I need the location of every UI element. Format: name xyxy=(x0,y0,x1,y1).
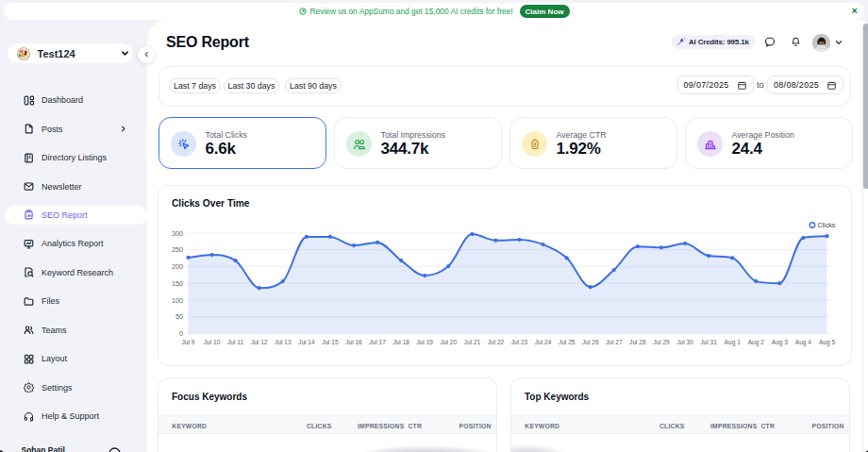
svg-text:Jul 15: Jul 15 xyxy=(322,339,339,345)
svg-text:Jul 26: Jul 26 xyxy=(582,339,599,345)
svg-text:200: 200 xyxy=(172,262,183,271)
svg-text:Jul 17: Jul 17 xyxy=(369,339,386,345)
svg-text:Aug 3: Aug 3 xyxy=(772,339,789,346)
svg-text:Jul 18: Jul 18 xyxy=(392,339,409,345)
svg-text:Aug 2: Aug 2 xyxy=(748,339,765,346)
svg-text:Aug 4: Aug 4 xyxy=(795,339,812,346)
svg-text:Jul 9: Jul 9 xyxy=(182,339,195,345)
svg-text:100: 100 xyxy=(172,296,183,305)
svg-text:Jul 25: Jul 25 xyxy=(559,339,576,345)
svg-text:50: 50 xyxy=(175,312,183,321)
svg-text:Jul 19: Jul 19 xyxy=(416,339,433,345)
svg-text:150: 150 xyxy=(172,279,183,288)
svg-text:Jul 28: Jul 28 xyxy=(629,339,646,345)
svg-text:Jul 11: Jul 11 xyxy=(227,339,243,345)
svg-text:Jul 31: Jul 31 xyxy=(700,339,717,345)
svg-text:Jul 16: Jul 16 xyxy=(345,339,362,345)
svg-text:Jul 20: Jul 20 xyxy=(440,339,457,345)
svg-text:Jul 27: Jul 27 xyxy=(606,339,623,345)
svg-text:Jul 22: Jul 22 xyxy=(488,339,505,345)
svg-text:Jul 24: Jul 24 xyxy=(535,339,552,345)
svg-text:Jul 29: Jul 29 xyxy=(653,339,670,345)
svg-text:Jul 30: Jul 30 xyxy=(676,339,693,345)
svg-text:Jul 12: Jul 12 xyxy=(251,339,268,345)
svg-text:Jul 23: Jul 23 xyxy=(511,339,528,345)
svg-text:0: 0 xyxy=(179,329,183,338)
svg-text:Aug 1: Aug 1 xyxy=(725,339,742,346)
svg-text:300: 300 xyxy=(172,229,183,238)
svg-text:250: 250 xyxy=(172,245,183,254)
svg-text:Clicks: Clicks xyxy=(818,222,836,228)
svg-text:Jul 13: Jul 13 xyxy=(275,339,292,345)
svg-text:Jul 10: Jul 10 xyxy=(204,339,221,345)
svg-text:Jul 14: Jul 14 xyxy=(298,339,315,345)
svg-text:Aug 5: Aug 5 xyxy=(819,339,836,346)
svg-text:Jul 21: Jul 21 xyxy=(464,339,481,345)
